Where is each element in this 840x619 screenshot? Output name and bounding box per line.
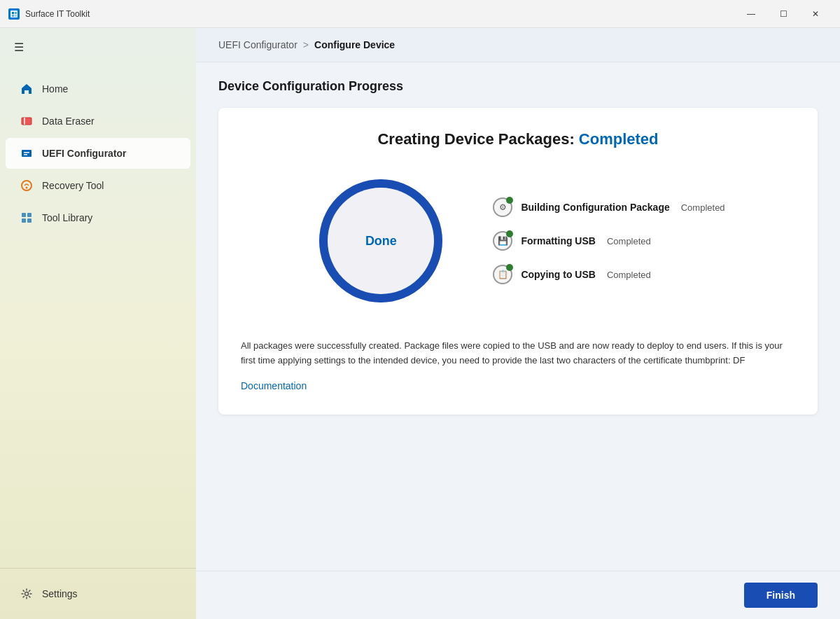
page-body: Device Configuration Progress Creating D… [196, 62, 840, 571]
window-controls: — ☐ ✕ [735, 4, 832, 25]
minimize-button[interactable]: — [735, 4, 767, 25]
app-icon [8, 8, 20, 20]
svg-rect-9 [24, 154, 27, 155]
maximize-button[interactable]: ☐ [767, 4, 799, 25]
settings-label: Settings [42, 588, 78, 599]
svg-rect-13 [27, 213, 31, 217]
uefi-label: UEFI Configurator [42, 148, 127, 159]
title-bar: Surface IT Toolkit — ☐ ✕ [0, 0, 840, 28]
data-eraser-label: Data Eraser [42, 116, 94, 127]
step-name-0: Building Configuration Package [521, 202, 669, 213]
info-text: All packages were successfully created. … [241, 339, 795, 368]
step-icon-0: ⚙ [493, 197, 512, 217]
app-title: Surface IT Toolkit [25, 9, 90, 19]
svg-rect-1 [12, 12, 14, 14]
svg-point-16 [25, 592, 29, 596]
step-completed-dot-1 [506, 230, 513, 237]
sidebar-item-uefi[interactable]: UEFI Configurator [6, 138, 190, 169]
sidebar-item-settings[interactable]: Settings [6, 578, 190, 609]
data-eraser-icon [20, 114, 34, 128]
step-item-1: 💾 Formatting USB Completed [493, 231, 724, 251]
page-section-title: Device Configuration Progress [218, 79, 818, 94]
recovery-tool-label: Recovery Tool [42, 180, 104, 191]
svg-rect-3 [12, 15, 14, 17]
sidebar-item-data-eraser[interactable]: Data Eraser [6, 106, 190, 137]
svg-rect-2 [15, 12, 17, 14]
sidebar-header: ☰ [0, 28, 196, 67]
tool-library-icon [20, 211, 34, 225]
step-name-2: Copying to USB [521, 269, 596, 280]
completion-prefix: Creating Device Packages: [377, 130, 574, 148]
svg-rect-7 [22, 150, 31, 157]
settings-icon [20, 587, 34, 601]
page-footer: Finish [196, 571, 840, 619]
recovery-icon [20, 179, 34, 193]
svg-rect-14 [22, 218, 26, 223]
breadcrumb-current: Configure Device [314, 39, 395, 50]
svg-point-11 [26, 187, 28, 189]
svg-rect-15 [27, 218, 31, 223]
progress-card: Creating Device Packages: Completed Done [218, 108, 818, 415]
breadcrumb-separator: > [303, 39, 309, 50]
svg-rect-12 [22, 213, 26, 217]
steps-list: ⚙ Building Configuration Package Complet… [493, 197, 724, 284]
step-completed-dot-0 [506, 197, 513, 204]
svg-rect-4 [15, 15, 17, 17]
main-content: UEFI Configurator > Configure Device Dev… [196, 28, 840, 619]
sidebar-item-tool-library[interactable]: Tool Library [6, 202, 190, 233]
circle-inner: Done [328, 188, 434, 294]
finish-button[interactable]: Finish [744, 583, 818, 608]
svg-point-10 [22, 181, 31, 190]
step-name-1: Formatting USB [521, 235, 596, 246]
progress-area: Done ⚙ Building Configuration Package Co… [241, 171, 795, 311]
svg-rect-5 [22, 118, 31, 125]
svg-rect-8 [24, 152, 29, 153]
sidebar: ☰ Home Data Eraser [0, 28, 196, 619]
completion-heading: Creating Device Packages: Completed [241, 130, 795, 148]
breadcrumb-parent[interactable]: UEFI Configurator [218, 39, 298, 50]
step-status-2: Completed [607, 270, 651, 280]
sidebar-nav: Home Data Eraser [0, 67, 196, 568]
step-item-0: ⚙ Building Configuration Package Complet… [493, 197, 724, 217]
close-button[interactable]: ✕ [799, 4, 832, 25]
hamburger-button[interactable]: ☰ [11, 38, 27, 57]
completion-status-word: Completed [579, 130, 659, 148]
progress-circle: Done [311, 171, 451, 311]
step-completed-dot-2 [506, 264, 513, 271]
step-status-0: Completed [681, 202, 725, 213]
breadcrumb: UEFI Configurator > Configure Device [196, 28, 840, 62]
step-status-1: Completed [607, 236, 651, 246]
tool-library-label: Tool Library [42, 212, 92, 223]
step-item-2: 📋 Copying to USB Completed [493, 265, 724, 284]
uefi-icon [20, 146, 34, 160]
sidebar-footer: Settings [0, 568, 196, 619]
home-icon [20, 82, 34, 96]
doc-link[interactable]: Documentation [241, 380, 307, 391]
sidebar-item-recovery-tool[interactable]: Recovery Tool [6, 170, 190, 201]
step-icon-1: 💾 [493, 231, 512, 251]
step-icon-2: 📋 [493, 265, 512, 284]
sidebar-item-home[interactable]: Home [6, 74, 190, 104]
circle-label: Done [365, 234, 397, 249]
home-label: Home [42, 83, 68, 95]
title-bar-left: Surface IT Toolkit [8, 8, 90, 20]
app-body: ☰ Home Data Eraser [0, 28, 840, 619]
